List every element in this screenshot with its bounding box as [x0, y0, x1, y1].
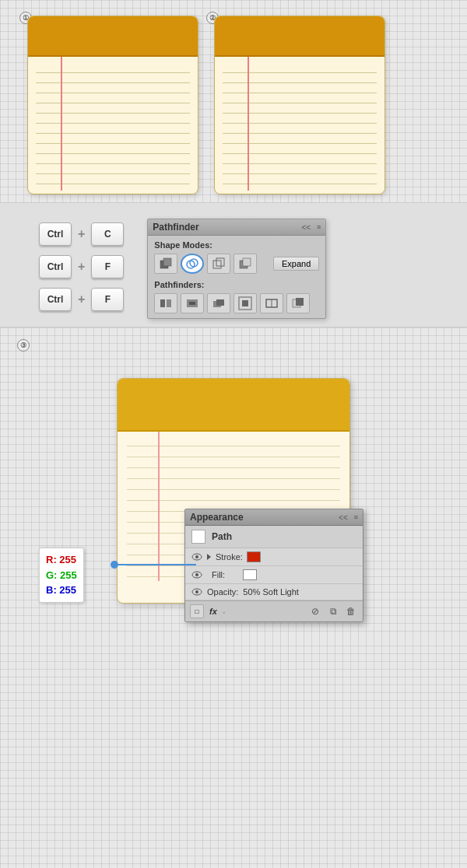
pathfinder-btn-2[interactable]: [181, 293, 204, 313]
notebook-line: [36, 174, 190, 184]
notebook-line: [36, 144, 190, 154]
svg-point-27: [195, 590, 198, 593]
svg-rect-15: [242, 300, 248, 306]
notebook-line: [36, 83, 190, 93]
notebook-line: [36, 63, 190, 73]
svg-rect-13: [216, 299, 224, 306]
pathfinder-titlebar: Pathfinder << ≡: [148, 219, 325, 236]
fx-sub: ᵥ: [223, 607, 226, 615]
combo-row-1: Ctrl + C: [39, 222, 124, 246]
appearance-toolbar: □ fx ᵥ ⊘ ⧉ 🗑: [185, 600, 363, 621]
notebook-large-wrap: R: 255 G: 255 B: 255 Appearance << ≡: [117, 378, 350, 604]
bottom-section: ③ R: [0, 327, 467, 639]
notebook-line: [36, 93, 190, 103]
opacity-eye-icon[interactable]: [191, 588, 202, 596]
pathfinders-row: [154, 293, 319, 313]
expand-button[interactable]: Expand: [273, 257, 319, 271]
stroke-expand-btn[interactable]: [207, 554, 211, 560]
notebook-2-header: [215, 16, 384, 57]
shape-unite-btn[interactable]: [154, 254, 177, 274]
ctrl-key-3[interactable]: Ctrl: [39, 288, 72, 311]
notebook-2: [214, 16, 385, 194]
svg-rect-7: [243, 258, 251, 266]
rgb-tooltip: R: 255 G: 255 B: 255: [39, 548, 84, 603]
pathfinder-body: Shape Modes:: [148, 236, 325, 318]
notebook-line: [223, 73, 377, 83]
appearance-title: Appearance: [190, 512, 244, 523]
notebook-1-redline: [61, 57, 62, 191]
f-key-1[interactable]: F: [91, 255, 124, 278]
notebook-2-redline: [248, 57, 249, 191]
notebook-line: [36, 154, 190, 164]
appearance-path-row: Path: [185, 526, 363, 548]
pathfinder-minus-back-icon: [291, 296, 305, 310]
notebook-line: [223, 83, 377, 93]
delete-btn[interactable]: 🗑: [344, 604, 358, 618]
step1-container: ①: [27, 16, 198, 194]
exclude-icon: [212, 257, 226, 271]
pathfinder-divide-icon: [159, 296, 173, 310]
pathfinder-btn-1[interactable]: [154, 293, 177, 313]
step2-container: ②: [214, 16, 385, 194]
rgb-g-value: G: 255: [46, 568, 77, 583]
notebook-line: [36, 124, 190, 134]
duplicate-btn[interactable]: ⧉: [326, 604, 340, 618]
pathfinder-btn-6[interactable]: [286, 293, 310, 313]
fill-row: Fill:: [185, 566, 363, 584]
c-key[interactable]: C: [91, 222, 124, 246]
opacity-row: Opacity: 50% Soft Light: [185, 584, 363, 600]
combo-row-2: Ctrl + F: [39, 255, 124, 278]
stroke-swatch[interactable]: [247, 551, 261, 562]
shape-modes-label: Shape Modes:: [154, 240, 319, 250]
pathfinder-collapse[interactable]: <<: [301, 223, 311, 232]
add-stroke-btn[interactable]: □: [190, 604, 204, 618]
notebook-line: [223, 144, 377, 154]
pathfinder-merge-icon: [212, 296, 226, 310]
appearance-body: Path Stroke:: [185, 526, 363, 621]
appearance-controls[interactable]: << ≡: [339, 513, 358, 522]
shape-intersect-btn[interactable]: [181, 254, 204, 274]
notebook-1-header: [28, 16, 198, 57]
notebook-line: [36, 73, 190, 83]
notebook-line: [36, 103, 190, 114]
notebook-line: [36, 164, 190, 174]
pathfinders-label: Pathfinders:: [154, 280, 319, 289]
svg-rect-5: [216, 258, 224, 266]
pathfinder-btn-3[interactable]: [207, 293, 230, 313]
shape-exclude-btn[interactable]: [207, 254, 230, 274]
appearance-collapse[interactable]: <<: [339, 513, 348, 522]
notebook-line: [223, 63, 377, 73]
unite-icon: [159, 257, 173, 271]
keyboard-combos: Ctrl + C Ctrl + F Ctrl + F: [16, 211, 124, 311]
step3-label: ③: [17, 339, 30, 352]
rgb-r-value: R: 255: [46, 552, 77, 568]
appearance-menu[interactable]: ≡: [354, 513, 358, 522]
opacity-value: 50% Soft Light: [243, 587, 299, 597]
pathfinder-controls[interactable]: << ≡: [301, 223, 321, 232]
svg-rect-8: [160, 299, 165, 307]
pathfinder-title: Pathfinder: [153, 222, 198, 233]
pathfinder-panel: Pathfinder << ≡ Shape Modes:: [147, 219, 326, 319]
path-icon: [191, 530, 205, 544]
f-key-2[interactable]: F: [91, 288, 124, 311]
stroke-row: Stroke:: [185, 548, 363, 566]
fx-button[interactable]: fx: [209, 607, 217, 616]
notebook-line: [223, 174, 377, 184]
path-label: Path: [212, 531, 232, 542]
fill-swatch[interactable]: [243, 569, 257, 580]
pathfinder-outline-icon: [265, 296, 279, 310]
notebook-line: [223, 114, 377, 124]
pathfinder-trim-icon: [185, 296, 199, 310]
opacity-label: Opacity:: [207, 587, 238, 597]
pathfinder-btn-5[interactable]: [260, 293, 283, 313]
notebook-line: [36, 114, 190, 124]
minus-front-icon: [238, 257, 252, 271]
pathfinder-crop-icon: [238, 296, 252, 310]
no-sign-btn[interactable]: ⊘: [308, 604, 322, 618]
ctrl-key-2[interactable]: Ctrl: [39, 255, 72, 278]
pathfinder-menu[interactable]: ≡: [317, 223, 321, 232]
shape-minus-btn[interactable]: [234, 254, 257, 274]
combo-row-3: Ctrl + F: [39, 288, 124, 311]
pathfinder-btn-4[interactable]: [234, 293, 257, 313]
ctrl-key-1[interactable]: Ctrl: [39, 222, 72, 246]
